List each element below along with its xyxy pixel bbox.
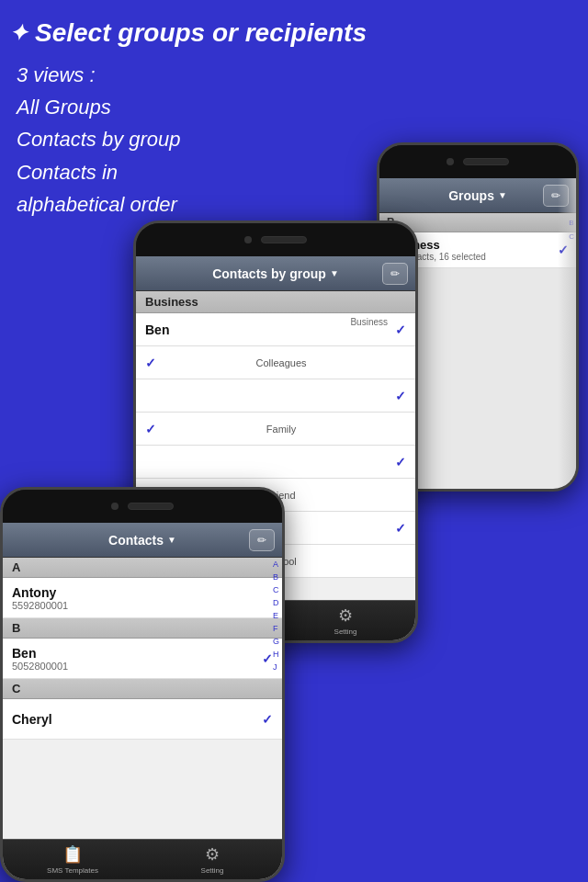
contacts-phone-antony: 5592800001 bbox=[12, 600, 68, 611]
contacts-check-cheryl: ✓ bbox=[262, 712, 273, 727]
phone-cbg-camera bbox=[244, 236, 252, 243]
cbg-row-colleagues[interactable]: ✓ Colleagues bbox=[136, 346, 415, 379]
cbg-group-family: Family bbox=[266, 424, 296, 435]
contacts-index-d[interactable]: D bbox=[273, 598, 279, 607]
phone-groups-navbar: Groups ▼ ✏ bbox=[379, 178, 576, 213]
cbg-settings-icon: ⚙ bbox=[338, 605, 353, 626]
contacts-sms-label: SMS Templates bbox=[47, 866, 98, 875]
phone-contacts-speaker bbox=[128, 503, 174, 510]
contacts-section-a: A bbox=[3, 558, 282, 578]
contacts-index-a[interactable]: A bbox=[273, 560, 279, 569]
star-icon: ✦ bbox=[9, 20, 28, 46]
contacts-row-antony[interactable]: Antony 5592800001 bbox=[3, 578, 282, 618]
contacts-name-antony: Antony bbox=[12, 585, 68, 600]
contacts-index-f[interactable]: F bbox=[273, 624, 279, 633]
contacts-index-h[interactable]: H bbox=[273, 650, 279, 659]
cbg-check-e1: ✓ bbox=[395, 389, 406, 403]
cbg-check-family-left: ✓ bbox=[145, 422, 156, 436]
cbg-settings-label: Setting bbox=[334, 628, 357, 636]
contacts-index-g[interactable]: G bbox=[273, 637, 279, 646]
phone-contacts-camera bbox=[111, 503, 119, 510]
contacts-section-b: B bbox=[3, 618, 282, 639]
views-subtitle: 3 views : bbox=[17, 59, 579, 91]
contacts-row-ben[interactable]: Ben 5052800001 ✓ bbox=[3, 639, 282, 679]
cbg-row-ben[interactable]: Ben Business ✓ bbox=[136, 313, 415, 346]
cbg-check-e3: ✓ bbox=[395, 521, 406, 536]
phone-contacts-navbar: Contacts ▼ ✏ bbox=[3, 523, 282, 558]
contacts-side-index: A B C D E F G H J bbox=[273, 560, 279, 672]
contacts-compose-btn[interactable]: ✏ bbox=[249, 529, 275, 551]
contacts-check-ben: ✓ bbox=[262, 651, 273, 666]
contacts-index-j[interactable]: J bbox=[273, 662, 279, 672]
contacts-index-b[interactable]: B bbox=[273, 572, 279, 582]
cbg-check-e2: ✓ bbox=[395, 455, 406, 469]
phone-contacts: Contacts ▼ ✏ A Antony 5592800001 B Ben 5… bbox=[0, 487, 285, 882]
contacts-phone-ben: 5052800001 bbox=[12, 661, 68, 672]
cbg-row-empty2[interactable]: ✓ bbox=[136, 446, 415, 479]
contacts-name-cheryl: Cheryl bbox=[12, 712, 52, 727]
phone-groups-nav-title: Groups ▼ bbox=[448, 188, 507, 203]
contacts-section-c: C bbox=[3, 679, 282, 699]
phone-cbg-speaker bbox=[261, 236, 307, 243]
header-title: ✦ Select groups or recipients bbox=[9, 18, 579, 48]
contacts-row-cheryl[interactable]: Cheryl ✓ bbox=[3, 699, 282, 740]
phone-contacts-top bbox=[3, 490, 282, 523]
phone-cbg-nav-title: Contacts by group ▼ bbox=[212, 266, 339, 281]
phone-groups-top bbox=[379, 145, 576, 178]
groups-right-fade bbox=[558, 178, 576, 489]
contacts-dropdown-arrow[interactable]: ▼ bbox=[167, 535, 176, 545]
phone-cbg-navbar: Contacts by group ▼ ✏ bbox=[136, 256, 415, 291]
cbg-check-ben: ✓ bbox=[395, 322, 406, 337]
contacts-settings-label: Setting bbox=[201, 866, 224, 875]
contacts-sms-icon: 📋 bbox=[62, 844, 83, 865]
cbg-section-business: Business bbox=[136, 291, 415, 313]
header-title-text: Select groups or recipients bbox=[35, 18, 367, 48]
cbg-group-colleagues: Colleagues bbox=[255, 357, 306, 368]
cbg-compose-btn[interactable]: ✏ bbox=[382, 263, 408, 285]
phone-cbg-top bbox=[136, 223, 415, 256]
contacts-index-e[interactable]: E bbox=[273, 611, 279, 620]
cbg-check-colleagues-left: ✓ bbox=[145, 356, 156, 370]
phone-groups-camera bbox=[447, 158, 454, 165]
cbg-dropdown-arrow[interactable]: ▼ bbox=[330, 268, 339, 278]
contacts-tab-bar: 📋 SMS Templates ⚙ Setting bbox=[3, 839, 282, 879]
phone-contacts-screen: Contacts ▼ ✏ A Antony 5592800001 B Ben 5… bbox=[3, 523, 282, 879]
contacts-tab-settings[interactable]: ⚙ Setting bbox=[142, 844, 282, 875]
contacts-name-ben: Ben bbox=[12, 646, 68, 661]
cbg-row-empty1[interactable]: ✓ bbox=[136, 379, 415, 413]
cbg-tab-settings[interactable]: ⚙ Setting bbox=[276, 605, 415, 636]
contacts-tab-sms[interactable]: 📋 SMS Templates bbox=[3, 844, 142, 875]
phone-contacts-nav-title: Contacts ▼ bbox=[108, 533, 176, 548]
cbg-group-business: Business bbox=[350, 317, 388, 327]
contacts-settings-icon: ⚙ bbox=[205, 844, 220, 865]
contacts-index-c[interactable]: C bbox=[273, 585, 279, 594]
view-all-groups: All Groups bbox=[17, 91, 579, 123]
phone-groups-speaker bbox=[463, 158, 509, 165]
groups-dropdown-arrow[interactable]: ▼ bbox=[498, 190, 507, 200]
cbg-row-family[interactable]: ✓ Family bbox=[136, 413, 415, 446]
